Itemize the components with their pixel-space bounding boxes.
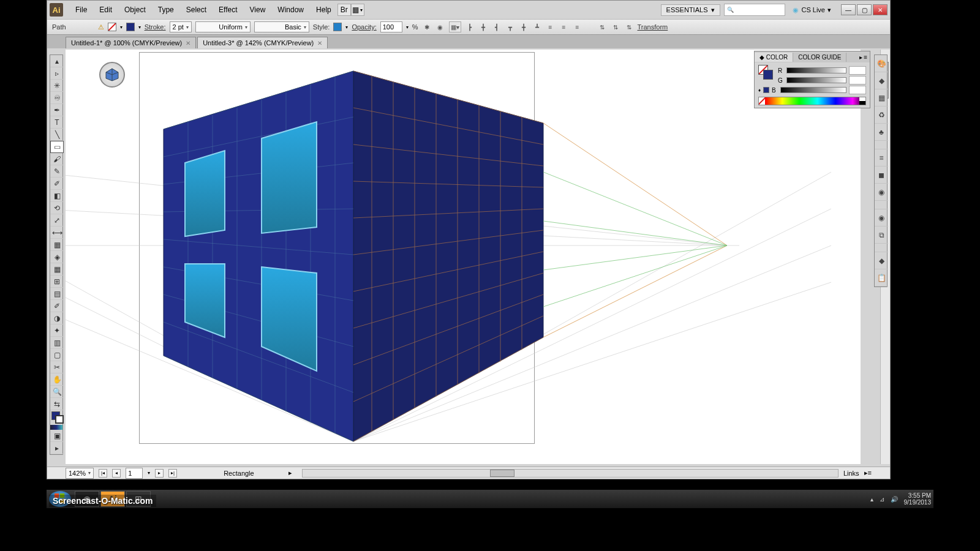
- menu-edit[interactable]: Edit: [93, 3, 118, 17]
- artboard-tool[interactable]: ▢: [50, 349, 64, 361]
- last-artboard-button[interactable]: ▸|: [168, 469, 177, 478]
- align-bottom-icon[interactable]: ┻: [532, 21, 542, 32]
- horizontal-scrollbar[interactable]: [302, 469, 839, 478]
- panel-collapse-icon[interactable]: ▸: [859, 54, 862, 61]
- recolor-icon[interactable]: ✱: [422, 21, 432, 32]
- first-artboard-button[interactable]: |◂: [99, 469, 107, 478]
- transparency-panel-icon[interactable]: ◉: [875, 184, 888, 201]
- system-clock[interactable]: 3:55 PM 9/19/2013: [904, 492, 932, 506]
- graphic-styles-icon[interactable]: ♣: [875, 124, 888, 141]
- color-tab[interactable]: ◆ COLOR: [755, 53, 793, 62]
- tray-volume-icon[interactable]: 🔊: [891, 496, 898, 503]
- fill-stroke-swatches[interactable]: [50, 410, 62, 425]
- selection-tool[interactable]: ▴: [50, 55, 64, 67]
- menu-help[interactable]: Help: [310, 3, 337, 17]
- arrange-documents-button[interactable]: ▦: [351, 4, 364, 16]
- variable-width-profile[interactable]: Uniform: [195, 21, 251, 32]
- symbols-panel-icon[interactable]: ▦: [875, 89, 888, 107]
- eraser-tool[interactable]: ◧: [50, 190, 64, 202]
- rotate-tool[interactable]: ⟲: [50, 202, 64, 214]
- lasso-tool[interactable]: ♾: [50, 92, 64, 104]
- stroke-panel-icon[interactable]: ≡: [875, 149, 888, 167]
- blob-brush-tool[interactable]: ✐: [50, 178, 64, 190]
- stroke-weight-input[interactable]: 2 pt: [170, 21, 192, 32]
- bridge-button[interactable]: Br: [337, 4, 351, 16]
- menu-select[interactable]: Select: [180, 3, 213, 17]
- color-mode-strip[interactable]: [50, 425, 62, 430]
- prev-artboard-button[interactable]: ◂: [112, 469, 121, 478]
- align-top-icon[interactable]: ┳: [505, 21, 515, 32]
- workspace-switcher[interactable]: ESSENTIALS▾: [661, 4, 721, 16]
- align-panel-icon[interactable]: ⧉: [875, 227, 888, 244]
- menu-object[interactable]: Object: [118, 3, 152, 17]
- toolbox-expand[interactable]: ▸: [50, 442, 64, 454]
- artboard-number[interactable]: [126, 468, 143, 479]
- align-right-icon[interactable]: ┫: [492, 21, 502, 32]
- menu-file[interactable]: File: [69, 3, 93, 17]
- g-value[interactable]: [849, 76, 866, 84]
- document-tab-1[interactable]: Untitled-1* @ 100% (CMYK/Preview)✕: [66, 37, 196, 48]
- toggle-fill-stroke[interactable]: ⇆: [50, 398, 64, 410]
- distribute-v-icon[interactable]: ≡: [559, 21, 569, 32]
- close-button[interactable]: ✕: [873, 4, 888, 15]
- panel-menu-icon[interactable]: ≡: [864, 54, 867, 61]
- line-tool[interactable]: ╲: [50, 129, 64, 141]
- blend-tool[interactable]: ◑: [50, 312, 64, 324]
- type-tool[interactable]: T: [50, 116, 64, 129]
- distribute-spacing-icon[interactable]: ≡: [573, 21, 582, 32]
- graphic-style-swatch[interactable]: [333, 23, 342, 31]
- minimize-button[interactable]: —: [841, 4, 856, 15]
- align-vcenter-icon[interactable]: ╋: [519, 21, 529, 32]
- scale-tool[interactable]: ⤢: [50, 214, 64, 227]
- paintbrush-tool[interactable]: 🖌: [50, 153, 64, 165]
- isolate-icon[interactable]: ⇅: [597, 21, 607, 32]
- slice-tool[interactable]: ✂: [50, 361, 64, 373]
- stroke-swatch[interactable]: [126, 23, 135, 31]
- zoom-level[interactable]: 142%: [66, 468, 94, 479]
- r-value[interactable]: [849, 66, 866, 75]
- transform-link[interactable]: Transform: [638, 23, 668, 31]
- tray-network-icon[interactable]: ⊿: [880, 496, 884, 503]
- document-tab-2[interactable]: Untitled-3* @ 142% (CMYK/Preview)✕: [197, 37, 328, 48]
- align-left-icon[interactable]: ┣: [465, 21, 475, 32]
- free-transform-tool[interactable]: ▦: [50, 239, 64, 251]
- edit-clip-icon[interactable]: ⇅: [611, 21, 620, 32]
- distribute-h-icon[interactable]: ≡: [546, 21, 556, 32]
- shape-builder-tool[interactable]: ◈: [50, 251, 64, 263]
- gradient-panel-icon[interactable]: ◼: [875, 167, 888, 184]
- swatches-panel-icon[interactable]: ◆: [875, 72, 888, 89]
- artboards-panel-icon[interactable]: 📋: [875, 269, 888, 287]
- appearance-panel-icon[interactable]: ◉: [875, 209, 888, 227]
- cslive-button[interactable]: CS Live ▾: [789, 5, 835, 15]
- tab-close-icon[interactable]: ✕: [317, 40, 322, 47]
- opacity-label[interactable]: Opacity:: [352, 23, 376, 31]
- menu-view[interactable]: View: [244, 3, 272, 17]
- pencil-tool[interactable]: ✎: [50, 165, 64, 178]
- maximize-button[interactable]: ▢: [857, 4, 872, 15]
- b-slider[interactable]: [780, 87, 846, 93]
- brushes-panel-icon[interactable]: ♻: [875, 107, 888, 124]
- next-artboard-button[interactable]: ▸: [155, 469, 164, 478]
- fill-swatch[interactable]: [108, 23, 116, 31]
- gradient-tool[interactable]: ▤: [50, 288, 64, 300]
- width-tool[interactable]: ⟷: [50, 227, 64, 239]
- menu-type[interactable]: Type: [152, 3, 180, 17]
- g-slider[interactable]: [786, 77, 846, 83]
- zoom-tool[interactable]: 🔍: [50, 386, 64, 398]
- color-guide-tab[interactable]: COLOR GUIDE: [793, 53, 846, 62]
- stroke-label[interactable]: Stroke:: [145, 23, 166, 31]
- magic-wand-tool[interactable]: ✳: [50, 80, 64, 92]
- eyedropper-tool[interactable]: ✐: [50, 300, 64, 312]
- column-graph-tool[interactable]: ▥: [50, 337, 64, 349]
- r-slider[interactable]: [786, 67, 846, 73]
- panel-fill-stroke-swatch[interactable]: [758, 65, 774, 81]
- links-label[interactable]: Links: [843, 470, 859, 477]
- panel-menu-icon[interactable]: ▸≡: [864, 469, 872, 477]
- edit-contents-icon[interactable]: ⇅: [624, 21, 634, 32]
- perspective-grid-tool[interactable]: ▦: [50, 263, 64, 276]
- align-hcenter-icon[interactable]: ╋: [478, 21, 488, 32]
- brush-definition[interactable]: Basic: [254, 21, 309, 32]
- mesh-tool[interactable]: ⊞: [50, 276, 64, 288]
- tab-close-icon[interactable]: ✕: [186, 40, 190, 47]
- color-panel-icon[interactable]: 🎨: [875, 55, 888, 72]
